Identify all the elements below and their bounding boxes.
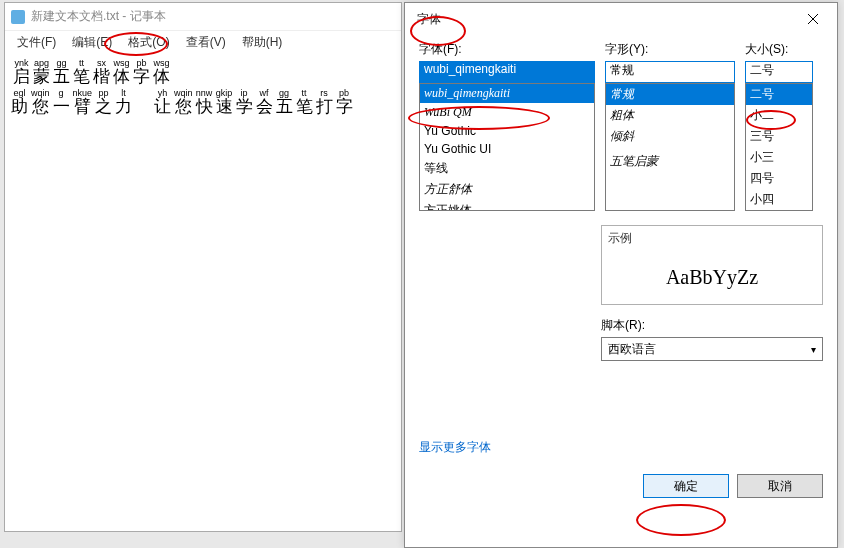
list-item[interactable]: Yu Gothic UI: [420, 140, 594, 158]
menu-help[interactable]: 帮助(H): [234, 31, 291, 55]
style-listbox[interactable]: 常规粗体倾斜五笔启蒙: [605, 83, 735, 211]
style-label: 字形(Y):: [605, 41, 735, 58]
list-item[interactable]: 方正舒体: [420, 179, 594, 200]
notepad-menubar: 文件(F) 编辑(E) 格式(O) 查看(V) 帮助(H): [5, 31, 401, 55]
list-item[interactable]: 五号: [746, 210, 812, 211]
notepad-titlebar: 新建文本文档.txt - 记事本: [5, 3, 401, 31]
menu-file[interactable]: 文件(F): [9, 31, 64, 55]
list-item[interactable]: 二号: [746, 84, 812, 105]
list-item[interactable]: WuBi QM: [420, 103, 594, 122]
list-item[interactable]: 五笔启蒙: [606, 151, 734, 172]
list-item[interactable]: 三号: [746, 126, 812, 147]
list-item[interactable]: 粗体: [606, 105, 734, 126]
size-listbox[interactable]: 二号小二三号小三四号小四五号: [745, 83, 813, 211]
list-item[interactable]: 等线: [420, 158, 594, 179]
list-item[interactable]: 常规: [606, 84, 734, 105]
size-label: 大小(S):: [745, 41, 813, 58]
script-combo[interactable]: 西欧语言 ▾: [601, 337, 823, 361]
font-dialog: 字体 字体(F): wubi_qimengkaiti wubi_qimengka…: [404, 2, 838, 548]
notepad-text-area[interactable]: ynk启apg蒙gg五tt笔sx楷wsg体pb字wsg体egl助wqin您g一n…: [5, 55, 401, 122]
notepad-icon: [11, 10, 25, 24]
list-item[interactable]: 方正姚体: [420, 200, 594, 211]
list-item[interactable]: 小四: [746, 189, 812, 210]
notepad-window: 新建文本文档.txt - 记事本 文件(F) 编辑(E) 格式(O) 查看(V)…: [4, 2, 402, 532]
sample-text: AaBbYyZz: [602, 251, 822, 304]
style-input[interactable]: 常规: [605, 61, 735, 83]
more-fonts-link[interactable]: 显示更多字体: [419, 440, 491, 454]
font-dialog-titlebar: 字体: [405, 3, 837, 35]
list-item[interactable]: 倾斜: [606, 126, 734, 147]
size-input[interactable]: 二号: [745, 61, 813, 83]
sample-label: 示例: [602, 226, 822, 251]
menu-format[interactable]: 格式(O): [120, 31, 177, 55]
list-item[interactable]: 小三: [746, 147, 812, 168]
font-input[interactable]: wubi_qimengkaiti: [419, 61, 595, 83]
list-item[interactable]: 小二: [746, 105, 812, 126]
list-item[interactable]: wubi_qimengkaiti: [420, 84, 594, 103]
menu-edit[interactable]: 编辑(E): [64, 31, 120, 55]
sample-box: 示例 AaBbYyZz: [601, 225, 823, 305]
chevron-down-icon: ▾: [811, 344, 816, 355]
script-value: 西欧语言: [608, 341, 656, 358]
cancel-button[interactable]: 取消: [737, 474, 823, 498]
script-label: 脚本(R):: [601, 317, 823, 334]
list-item[interactable]: 四号: [746, 168, 812, 189]
font-listbox[interactable]: wubi_qimengkaitiWuBi QMYu GothicYu Gothi…: [419, 83, 595, 211]
font-label: 字体(F):: [419, 41, 595, 58]
font-dialog-title: 字体: [417, 11, 441, 28]
menu-view[interactable]: 查看(V): [178, 31, 234, 55]
ok-button[interactable]: 确定: [643, 474, 729, 498]
close-button[interactable]: [797, 7, 829, 31]
notepad-title: 新建文本文档.txt - 记事本: [31, 8, 166, 25]
list-item[interactable]: Yu Gothic: [420, 122, 594, 140]
